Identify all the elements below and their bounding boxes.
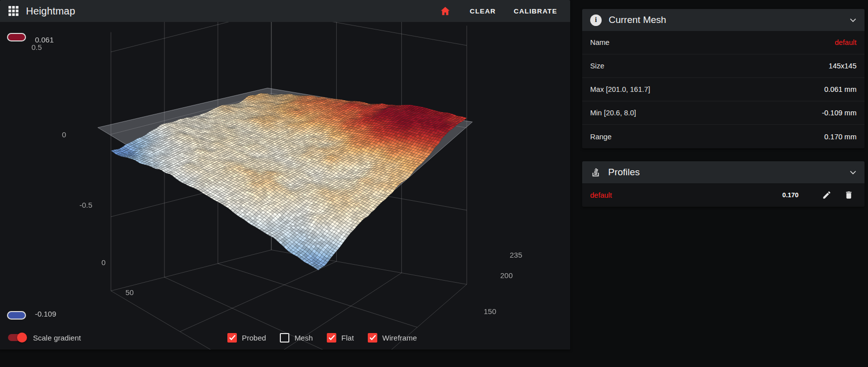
mesh-row-name: Name default [582, 31, 865, 54]
heightmap-3d-plot[interactable] [0, 22, 570, 350]
checkbox-probed[interactable]: Probed [227, 333, 266, 343]
mesh-row-size: Size 145x145 [582, 54, 865, 78]
toggle-track-icon [8, 334, 26, 341]
mesh-row-range: Range 0.170 mm [582, 125, 865, 148]
mesh-name-value: default [835, 38, 857, 46]
current-mesh-panel: i Current Mesh Name default Size 145x145… [582, 9, 865, 148]
colorbar-min-handle[interactable] [7, 311, 26, 320]
profile-range-value: 0.170 [782, 191, 799, 199]
z-axis-tick: 0 [62, 130, 66, 139]
checkbox-wireframe[interactable]: Wireframe [368, 333, 417, 343]
edit-profile-button[interactable] [816, 185, 838, 205]
profile-row-default[interactable]: default 0.170 [582, 183, 865, 207]
pencil-icon [822, 190, 832, 200]
calibrate-button[interactable]: CALIBRATE [509, 3, 562, 19]
profiles-panel: Profiles default 0.170 [582, 161, 865, 207]
heightmap-card: Heightmap CLEAR CALIBRATE 0.061 -0.109 0… [0, 0, 570, 350]
page-title: Heightmap [26, 5, 75, 17]
current-mesh-title: Current Mesh [609, 14, 849, 25]
z-axis-tick: -0.5 [79, 201, 92, 209]
scale-gradient-toggle[interactable]: Scale gradient [8, 334, 81, 342]
heightmap-header: Heightmap CLEAR CALIBRATE [0, 0, 570, 22]
checkbox-checked-icon [368, 333, 377, 343]
checkbox-flat[interactable]: Flat [327, 333, 354, 343]
colorbar-min-label: -0.109 [35, 310, 56, 318]
checkbox-checked-icon [327, 333, 336, 343]
layer-checkboxes: Probed Mesh Flat Wireframe [227, 326, 417, 350]
x-axis-tick: 0 [101, 258, 105, 267]
y-axis-tick: 150 [484, 307, 496, 316]
z-axis-tick: 0.5 [31, 43, 42, 51]
home-button[interactable] [435, 2, 456, 19]
grid-icon [8, 5, 19, 16]
mesh-row-max: Max [201.0, 161.7] 0.061 mm [582, 78, 865, 101]
y-axis-tick: 235 [510, 251, 522, 259]
current-mesh-header[interactable]: i Current Mesh [582, 9, 865, 31]
x-axis-tick: 50 [125, 288, 134, 297]
mesh-row-min: Min [20.6, 8.0] -0.109 mm [582, 101, 865, 125]
info-icon: i [590, 14, 602, 26]
chevron-down-icon[interactable] [849, 168, 858, 177]
chevron-down-icon[interactable] [849, 15, 858, 24]
clear-button[interactable]: CLEAR [465, 3, 501, 19]
heightmap-plot-area: 0.061 -0.109 0.5 0 -0.5 0 50 235 200 150 [0, 22, 570, 350]
profile-name: default [590, 191, 782, 199]
delete-profile-button[interactable] [838, 185, 860, 205]
home-icon [440, 5, 451, 16]
scale-gradient-label: Scale gradient [33, 334, 81, 342]
colorbar-gradient [9, 40, 24, 312]
checkbox-checked-icon [227, 333, 237, 343]
y-axis-tick: 200 [500, 271, 513, 280]
checkbox-mesh[interactable]: Mesh [280, 333, 313, 343]
right-sidebar: i Current Mesh Name default Size 145x145… [582, 9, 865, 220]
checkbox-unchecked-icon [280, 333, 289, 343]
trash-icon [844, 190, 854, 200]
heightmap-controls: Scale gradient Probed Mesh Flat [0, 326, 570, 350]
profiles-header[interactable]: Profiles [582, 161, 865, 183]
profiles-stack-icon [590, 167, 601, 178]
profiles-title: Profiles [608, 167, 849, 178]
